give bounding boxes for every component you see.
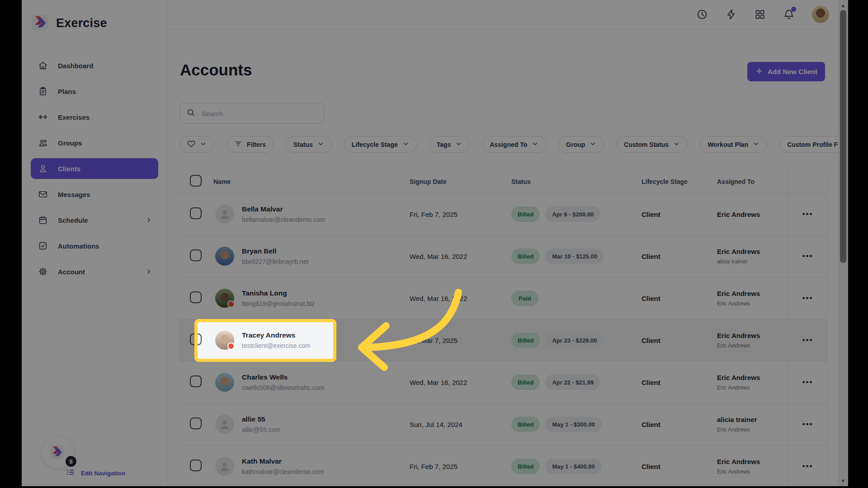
row-menu-button[interactable]: ••• — [800, 335, 816, 345]
sidebar-item-dashboard[interactable]: Dashboard — [31, 55, 158, 76]
row-checkbox[interactable] — [190, 249, 202, 261]
assigned-to-secondary: Eric Andrews — [717, 469, 788, 475]
mail-icon — [38, 189, 48, 199]
client-avatar — [215, 247, 234, 266]
table-row-tanisha-long[interactable]: Tanisha Long tlong819@gnolahsinat.biz We… — [179, 277, 827, 319]
column-header-lifecycle-stage: Lifecycle Stage — [642, 178, 688, 185]
filter-chip-assigned-to[interactable]: Assigned To — [482, 136, 546, 153]
app-window: Exercise DashboardPlansExercisesGroupsCl… — [22, 0, 848, 486]
header-divider — [167, 29, 828, 29]
clipboard-icon — [38, 86, 48, 96]
sidebar-item-exercises[interactable]: Exercises — [31, 107, 158, 127]
table-row-bryan-bell[interactable]: Bryan Bell bbell227@llebnayrb.net Wed, M… — [179, 235, 827, 277]
scrollbar-up-arrow[interactable]: ▲ — [838, 1, 848, 10]
row-menu-button[interactable]: ••• — [800, 461, 816, 471]
filter-chip-label: Custom Status — [624, 141, 669, 148]
billing-pill: Mar 10 - $125.00 — [545, 249, 604, 264]
profile-avatar[interactable] — [812, 6, 829, 23]
presence-dot — [227, 343, 235, 350]
table-row-allie-55[interactable]: allie 55 allie@55.com Sun, Jul 14, 2024 … — [179, 404, 827, 446]
filter-chip-status[interactable]: Status — [286, 136, 332, 153]
row-menu-button[interactable]: ••• — [800, 209, 816, 219]
edit-navigation-button[interactable]: Edit Navigation — [66, 467, 125, 479]
sidebar-item-label: Exercises — [58, 113, 90, 121]
sidebar-item-account[interactable]: Account — [31, 261, 158, 282]
client-name: Charles Wells — [242, 373, 324, 381]
status-badge: Billed — [511, 417, 540, 432]
table-row-bella-malvar[interactable]: Bella Malvar bellamalvar@cleandemo.com F… — [179, 193, 827, 235]
assigned-to-secondary: alicia trainer — [717, 258, 788, 265]
billing-pill: May 1 - $300.00 — [545, 417, 602, 432]
column-header-status: Status — [511, 178, 531, 185]
client-email: bbell227@llebnayrb.net — [242, 258, 308, 265]
bell-icon[interactable] — [783, 9, 795, 20]
select-all-checkbox[interactable] — [190, 175, 202, 187]
filter-chip-custom-status[interactable]: Custom Status — [616, 136, 688, 153]
status-badge: Billed — [511, 249, 540, 264]
filter-chip-custom-profile-field[interactable]: Custom Profile Field — [779, 136, 839, 153]
sidebar-item-clients[interactable]: Clients — [31, 158, 158, 179]
sidebar-item-messages[interactable]: Messages — [31, 184, 158, 205]
status-badge: Paid — [511, 291, 538, 306]
sidebar-item-automations[interactable]: Automations — [31, 235, 158, 256]
filter-chip-tags[interactable]: Tags — [429, 136, 470, 153]
client-avatar — [215, 205, 234, 224]
row-checkbox[interactable] — [190, 418, 202, 429]
heart-icon — [187, 140, 195, 149]
row-menu-button[interactable]: ••• — [800, 377, 816, 387]
lifecycle-stage: Client — [642, 211, 717, 218]
column-header-assigned-to: Assigned To — [717, 178, 755, 185]
table-row-tracey-andrews[interactable]: Tracey Andrews testclient@exercise.com F… — [179, 319, 827, 361]
brand-name: Exercise — [56, 16, 107, 30]
row-checkbox[interactable] — [190, 460, 202, 471]
row-checkbox[interactable] — [190, 291, 202, 303]
filter-chip-group[interactable]: Group — [558, 136, 604, 153]
notification-count-badge: 8 — [65, 455, 77, 468]
row-checkbox[interactable] — [190, 333, 202, 345]
search-box — [179, 103, 324, 124]
row-menu-button[interactable]: ••• — [800, 251, 816, 261]
search-input[interactable] — [201, 109, 317, 118]
row-menu-button[interactable]: ••• — [800, 293, 816, 303]
status-badge: Billed — [511, 206, 540, 222]
client-name: Bryan Bell — [242, 247, 308, 255]
chevron-down-icon — [317, 141, 324, 149]
assigned-to-primary: Eric Andrews — [717, 374, 788, 381]
row-checkbox[interactable] — [190, 375, 202, 387]
add-new-client-button[interactable]: Add New Client — [747, 62, 825, 81]
sidebar-item-groups[interactable]: Groups — [31, 132, 158, 153]
filter-chip-label: Group — [566, 141, 585, 148]
filter-chip-lifecycle-stage[interactable]: Lifecycle Stage — [344, 136, 417, 153]
chevron-down-icon — [200, 141, 207, 149]
filter-chip-filters[interactable]: Filters — [226, 136, 274, 153]
client-name: Bella Malvar — [242, 205, 326, 213]
assigned-to-primary: Eric Andrews — [717, 458, 788, 465]
zap-icon[interactable] — [725, 9, 737, 20]
scrollbar-down-arrow[interactable]: ▼ — [838, 476, 848, 485]
row-checkbox[interactable] — [190, 207, 202, 219]
grid-icon[interactable] — [754, 9, 766, 20]
scrollbar-thumb[interactable] — [840, 10, 846, 263]
chevron-down-icon — [532, 141, 538, 149]
column-header-name: Name — [213, 178, 231, 185]
filter-chip-label: Custom Profile Field — [787, 141, 839, 148]
signup-date: Fri, Feb 7, 2025 — [410, 211, 511, 218]
brand-logo[interactable]: Exercise — [32, 14, 107, 33]
clients-table: Name Signup Date Status Lifecycle Stage … — [179, 170, 827, 486]
clock-icon[interactable] — [696, 9, 708, 20]
row-menu-button[interactable]: ••• — [800, 419, 816, 429]
assigned-to-primary: alicia trainer — [717, 416, 788, 423]
table-row-kath-malvar[interactable]: Kath Malvar kathmalvar@cleandemo.com Fri… — [179, 446, 827, 486]
vertical-scrollbar[interactable]: ▲ ▼ — [838, 0, 848, 486]
filter-chip-label: Assigned To — [490, 141, 527, 148]
filter-chip-favorites[interactable] — [179, 136, 214, 153]
chevron-down-icon — [455, 141, 462, 149]
filter-chip-label: Tags — [437, 141, 451, 148]
table-row-charles-wells[interactable]: Charles Wells cwells508@sllewselrahc.com… — [179, 361, 827, 404]
sidebar-item-label: Messages — [58, 191, 90, 198]
client-avatar — [215, 457, 234, 476]
sidebar-item-schedule[interactable]: Schedule — [31, 210, 158, 230]
lifecycle-stage: Client — [642, 379, 717, 386]
sidebar-item-plans[interactable]: Plans — [31, 81, 158, 102]
filter-chip-workout-plan[interactable]: Workout Plan — [700, 136, 767, 153]
